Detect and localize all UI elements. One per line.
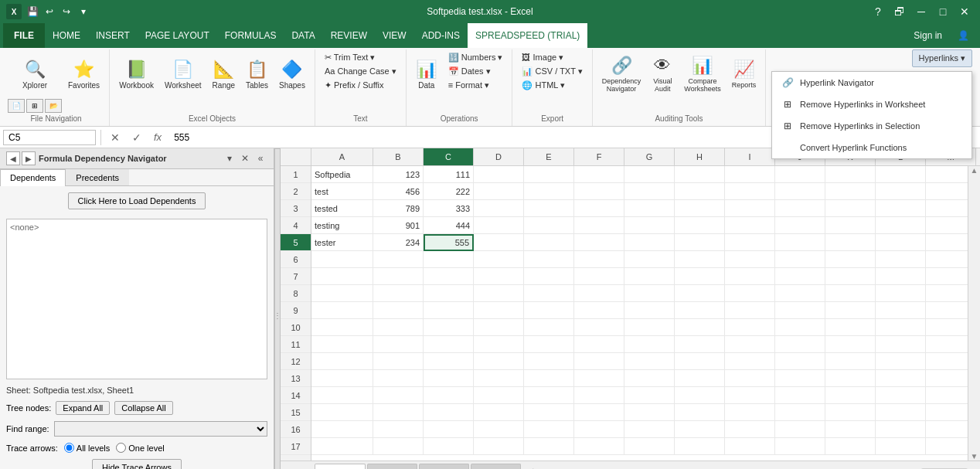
review-menu[interactable]: REVIEW	[323, 23, 375, 48]
cell-A5[interactable]: tester	[311, 234, 373, 251]
cell-J3[interactable]	[775, 200, 825, 217]
image-btn[interactable]: 🖼 Image ▾	[517, 51, 587, 64]
cell-M2[interactable]	[926, 183, 968, 200]
xplorer-sub3[interactable]: 📂	[45, 99, 62, 113]
home-menu[interactable]: HOME	[45, 23, 88, 48]
col-header-D[interactable]: D	[474, 148, 524, 165]
cell-D4[interactable]	[474, 217, 524, 234]
cancel-formula-btn[interactable]: ✕	[106, 130, 124, 145]
sheet-tab-Sheet4[interactable]: Sheet4	[471, 464, 521, 469]
xplorer-btn[interactable]: 🔍 Xplorer	[18, 51, 52, 97]
cell-I1[interactable]	[725, 166, 775, 183]
row-header-11[interactable]: 11	[281, 336, 311, 353]
cell-F2[interactable]	[574, 183, 624, 200]
cell-K1[interactable]	[825, 166, 876, 183]
worksheet-btn[interactable]: 📄 Worksheet	[160, 51, 206, 97]
cell-M3[interactable]	[926, 200, 968, 217]
col-header-E[interactable]: E	[524, 148, 574, 165]
row-header-8[interactable]: 8	[281, 285, 311, 302]
collapse-all-btn[interactable]: Collapse All	[114, 401, 172, 415]
cell-M1[interactable]	[926, 166, 968, 183]
cell-F1[interactable]	[574, 166, 624, 183]
close-btn[interactable]: ✕	[955, 2, 974, 21]
cell-C5[interactable]: 555	[424, 234, 474, 251]
cell-I6[interactable]	[725, 251, 775, 268]
cell-A3[interactable]: tested	[311, 200, 373, 217]
view-menu[interactable]: VIEW	[375, 23, 414, 48]
col-header-F[interactable]: F	[574, 148, 624, 165]
row-header-2[interactable]: 2	[281, 183, 311, 200]
restore-btn[interactable]: 🗗	[890, 2, 909, 21]
cell-D1[interactable]	[474, 166, 524, 183]
maximize-btn[interactable]: □	[934, 2, 952, 21]
change-case-btn[interactable]: Aa Change Case ▾	[320, 65, 401, 78]
cell-F4[interactable]	[574, 217, 624, 234]
cell-L3[interactable]	[876, 200, 926, 217]
cell-A2[interactable]: test	[311, 183, 373, 200]
all-levels-radio[interactable]: All levels	[64, 443, 110, 453]
dates-btn[interactable]: 📅 Dates ▾	[444, 65, 508, 78]
cell-C2[interactable]: 222	[424, 183, 474, 200]
cell-C4[interactable]: 444	[424, 217, 474, 234]
undo-btn[interactable]: ↩	[42, 4, 57, 19]
cell-F6[interactable]	[574, 251, 624, 268]
cell-B4[interactable]: 901	[373, 217, 424, 234]
help-btn[interactable]: ?	[869, 2, 887, 21]
cell-B5[interactable]: 234	[373, 234, 424, 251]
range-btn[interactable]: 📐 Range	[208, 51, 240, 97]
scroll-up-btn[interactable]: ▲	[971, 166, 978, 175]
remove-hyperlinks-worksheet-item[interactable]: ⊞ Remove Hyperlinks in Worksheet	[772, 93, 971, 115]
row-header-6[interactable]: 6	[281, 251, 311, 268]
customize-btn[interactable]: ▾	[76, 4, 91, 19]
cell-D6[interactable]	[474, 251, 524, 268]
cell-L6[interactable]	[876, 251, 926, 268]
cell-E3[interactable]	[524, 200, 574, 217]
cell-L1[interactable]	[876, 166, 926, 183]
cell-M5[interactable]	[926, 234, 968, 251]
add-sheet-btn[interactable]: +	[526, 464, 541, 470]
nav-back-btn[interactable]: ◀	[6, 151, 20, 165]
fx-btn[interactable]: fx	[149, 130, 166, 144]
cell-H5[interactable]	[675, 234, 725, 251]
row-header-13[interactable]: 13	[281, 370, 311, 387]
cell-L5[interactable]	[876, 234, 926, 251]
nav-forward-btn[interactable]: ▶	[22, 151, 36, 165]
cell-I4[interactable]	[725, 217, 775, 234]
row-header-15[interactable]: 15	[281, 404, 311, 421]
cell-J6[interactable]	[775, 251, 825, 268]
cell-D2[interactable]	[474, 183, 524, 200]
cell-M4[interactable]	[926, 217, 968, 234]
cell-H3[interactable]	[675, 200, 725, 217]
expand-all-btn[interactable]: Expand All	[56, 401, 110, 415]
hide-trace-arrows-btn[interactable]: Hide Trace Arrows	[92, 459, 182, 469]
nav-collapse-btn[interactable]: «	[254, 151, 267, 165]
hyperlinks-btn[interactable]: Hyperlinks ▾	[912, 49, 972, 67]
cell-I3[interactable]	[725, 200, 775, 217]
xplorer-sub2[interactable]: ⊞	[26, 99, 43, 113]
csv-btn[interactable]: 📊 CSV / TXT ▾	[517, 65, 587, 78]
xplorer-sub1[interactable]: 📄	[8, 99, 25, 113]
tables-btn[interactable]: 📋 Tables	[241, 51, 273, 97]
cell-F3[interactable]	[574, 200, 624, 217]
cell-K4[interactable]	[825, 217, 876, 234]
cell-H6[interactable]	[675, 251, 725, 268]
shapes-btn[interactable]: 🔷 Shapes	[274, 51, 310, 97]
row-header-9[interactable]: 9	[281, 302, 311, 319]
file-menu[interactable]: FILE	[3, 23, 45, 48]
row-header-1[interactable]: 1	[281, 166, 311, 183]
numbers-btn[interactable]: 🔢 Numbers ▾	[444, 51, 508, 64]
col-header-B[interactable]: B	[373, 148, 424, 165]
cell-E6[interactable]	[524, 251, 574, 268]
workbook-btn[interactable]: 📗 Workbook	[114, 51, 158, 97]
cell-H1[interactable]	[675, 166, 725, 183]
cell-H4[interactable]	[675, 217, 725, 234]
row-header-12[interactable]: 12	[281, 353, 311, 370]
cell-B1[interactable]: 123	[373, 166, 424, 183]
precedents-tab[interactable]: Precedents	[66, 169, 129, 185]
col-header-A[interactable]: A	[311, 148, 373, 165]
load-dependents-btn[interactable]: Click Here to Load Dependents	[68, 192, 206, 209]
save-btn[interactable]: 💾	[25, 4, 40, 19]
cell-J1[interactable]	[775, 166, 825, 183]
cell-G4[interactable]	[624, 217, 675, 234]
cell-B2[interactable]: 456	[373, 183, 424, 200]
